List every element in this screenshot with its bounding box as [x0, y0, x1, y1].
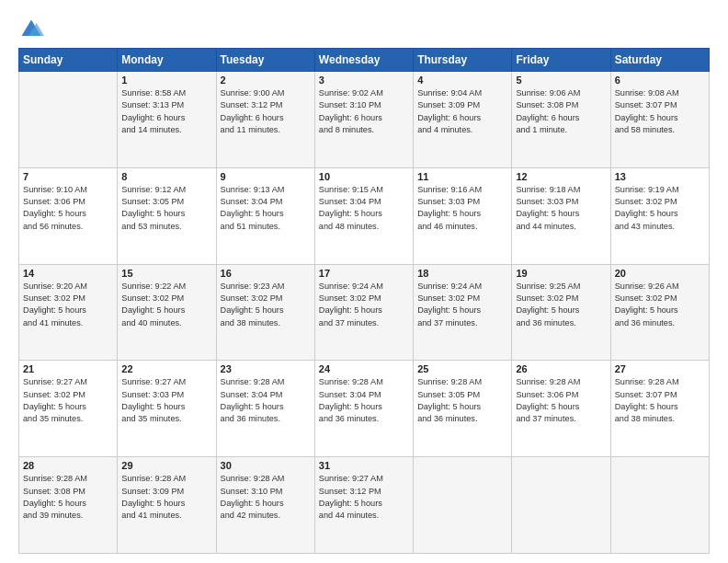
day-number: 7 [23, 171, 113, 182]
calendar-cell: 23Sunrise: 9:28 AM Sunset: 3:04 PM Dayli… [216, 361, 314, 457]
calendar-cell: 21Sunrise: 9:27 AM Sunset: 3:02 PM Dayli… [19, 361, 118, 457]
calendar-cell: 31Sunrise: 9:27 AM Sunset: 3:12 PM Dayli… [314, 457, 413, 554]
day-number: 20 [615, 268, 705, 279]
calendar-cell: 22Sunrise: 9:27 AM Sunset: 3:03 PM Dayli… [118, 361, 216, 457]
day-number: 10 [319, 171, 409, 182]
calendar-cell: 6Sunrise: 9:08 AM Sunset: 3:07 PM Daylig… [610, 72, 709, 168]
calendar-cell: 28Sunrise: 9:28 AM Sunset: 3:08 PM Dayli… [19, 457, 118, 554]
day-info: Sunrise: 9:18 AM Sunset: 3:03 PM Dayligh… [516, 184, 606, 233]
header-cell-saturday: Saturday [610, 49, 709, 72]
day-number: 31 [319, 460, 409, 471]
day-info: Sunrise: 9:20 AM Sunset: 3:02 PM Dayligh… [23, 281, 113, 329]
header [18, 17, 710, 42]
day-number: 13 [615, 171, 705, 182]
day-number: 5 [516, 75, 606, 86]
calendar-cell: 20Sunrise: 9:26 AM Sunset: 3:02 PM Dayli… [610, 264, 709, 361]
day-info: Sunrise: 9:08 AM Sunset: 3:07 PM Dayligh… [615, 87, 705, 136]
calendar-week-2: 7Sunrise: 9:10 AM Sunset: 3:06 PM Daylig… [19, 167, 710, 264]
day-number: 30 [221, 460, 311, 471]
day-number: 3 [319, 75, 409, 86]
calendar-cell: 12Sunrise: 9:18 AM Sunset: 3:03 PM Dayli… [512, 167, 610, 264]
calendar-cell: 2Sunrise: 9:00 AM Sunset: 3:12 PM Daylig… [216, 72, 314, 168]
day-number: 17 [319, 268, 409, 279]
calendar-cell: 18Sunrise: 9:24 AM Sunset: 3:02 PM Dayli… [414, 264, 512, 361]
calendar-week-1: 1Sunrise: 8:58 AM Sunset: 3:13 PM Daylig… [19, 72, 710, 168]
day-info: Sunrise: 9:19 AM Sunset: 3:02 PM Dayligh… [615, 184, 705, 233]
day-number: 9 [221, 171, 311, 182]
calendar-cell: 11Sunrise: 9:16 AM Sunset: 3:03 PM Dayli… [414, 167, 512, 264]
calendar-table: SundayMondayTuesdayWednesdayThursdayFrid… [18, 48, 710, 554]
calendar-cell: 5Sunrise: 9:06 AM Sunset: 3:08 PM Daylig… [512, 72, 610, 168]
day-number: 25 [417, 363, 507, 374]
calendar-week-5: 28Sunrise: 9:28 AM Sunset: 3:08 PM Dayli… [19, 457, 710, 554]
day-info: Sunrise: 8:58 AM Sunset: 3:13 PM Dayligh… [121, 87, 211, 136]
calendar-week-4: 21Sunrise: 9:27 AM Sunset: 3:02 PM Dayli… [19, 361, 710, 457]
calendar-cell: 1Sunrise: 8:58 AM Sunset: 3:13 PM Daylig… [118, 72, 216, 168]
page: SundayMondayTuesdayWednesdayThursdayFrid… [0, 0, 728, 563]
calendar-cell: 29Sunrise: 9:28 AM Sunset: 3:09 PM Dayli… [118, 457, 216, 554]
day-info: Sunrise: 9:28 AM Sunset: 3:05 PM Dayligh… [417, 376, 507, 425]
day-info: Sunrise: 9:02 AM Sunset: 3:10 PM Dayligh… [319, 87, 409, 136]
day-number: 14 [23, 268, 113, 279]
day-info: Sunrise: 9:28 AM Sunset: 3:07 PM Dayligh… [615, 376, 705, 425]
day-info: Sunrise: 9:15 AM Sunset: 3:04 PM Dayligh… [319, 184, 409, 233]
calendar-cell: 16Sunrise: 9:23 AM Sunset: 3:02 PM Dayli… [216, 264, 314, 361]
day-number: 21 [23, 363, 113, 374]
day-info: Sunrise: 9:13 AM Sunset: 3:04 PM Dayligh… [221, 184, 311, 233]
header-cell-wednesday: Wednesday [314, 49, 413, 72]
calendar-cell: 8Sunrise: 9:12 AM Sunset: 3:05 PM Daylig… [118, 167, 216, 264]
day-info: Sunrise: 9:12 AM Sunset: 3:05 PM Dayligh… [121, 184, 211, 233]
calendar-cell: 30Sunrise: 9:28 AM Sunset: 3:10 PM Dayli… [216, 457, 314, 554]
header-cell-tuesday: Tuesday [216, 49, 314, 72]
calendar-cell: 17Sunrise: 9:24 AM Sunset: 3:02 PM Dayli… [314, 264, 413, 361]
calendar-cell: 15Sunrise: 9:22 AM Sunset: 3:02 PM Dayli… [118, 264, 216, 361]
day-number: 19 [516, 268, 606, 279]
day-info: Sunrise: 9:27 AM Sunset: 3:03 PM Dayligh… [121, 376, 211, 425]
calendar-cell: 25Sunrise: 9:28 AM Sunset: 3:05 PM Dayli… [414, 361, 512, 457]
header-cell-friday: Friday [512, 49, 610, 72]
day-number: 6 [615, 75, 705, 86]
header-cell-sunday: Sunday [19, 49, 118, 72]
calendar-cell: 19Sunrise: 9:25 AM Sunset: 3:02 PM Dayli… [512, 264, 610, 361]
day-info: Sunrise: 9:28 AM Sunset: 3:09 PM Dayligh… [121, 473, 211, 522]
header-cell-thursday: Thursday [414, 49, 512, 72]
logo [18, 17, 48, 42]
day-info: Sunrise: 9:28 AM Sunset: 3:06 PM Dayligh… [516, 376, 606, 425]
day-number: 8 [121, 171, 211, 182]
day-number: 24 [319, 363, 409, 374]
day-number: 11 [417, 171, 507, 182]
calendar-cell: 4Sunrise: 9:04 AM Sunset: 3:09 PM Daylig… [414, 72, 512, 168]
day-info: Sunrise: 9:28 AM Sunset: 3:08 PM Dayligh… [23, 473, 113, 522]
day-info: Sunrise: 9:24 AM Sunset: 3:02 PM Dayligh… [417, 281, 507, 329]
calendar-cell: 14Sunrise: 9:20 AM Sunset: 3:02 PM Dayli… [19, 264, 118, 361]
calendar-cell [19, 72, 118, 168]
day-number: 27 [615, 363, 705, 374]
logo-icon [18, 17, 44, 42]
calendar-cell: 10Sunrise: 9:15 AM Sunset: 3:04 PM Dayli… [314, 167, 413, 264]
day-info: Sunrise: 9:16 AM Sunset: 3:03 PM Dayligh… [417, 184, 507, 233]
day-info: Sunrise: 9:10 AM Sunset: 3:06 PM Dayligh… [23, 184, 113, 233]
calendar-cell: 9Sunrise: 9:13 AM Sunset: 3:04 PM Daylig… [216, 167, 314, 264]
day-info: Sunrise: 9:26 AM Sunset: 3:02 PM Dayligh… [615, 281, 705, 329]
day-number: 2 [221, 75, 311, 86]
calendar-header-row: SundayMondayTuesdayWednesdayThursdayFrid… [19, 49, 710, 72]
calendar-cell: 24Sunrise: 9:28 AM Sunset: 3:04 PM Dayli… [314, 361, 413, 457]
day-info: Sunrise: 9:27 AM Sunset: 3:12 PM Dayligh… [319, 473, 409, 522]
day-info: Sunrise: 9:25 AM Sunset: 3:02 PM Dayligh… [516, 281, 606, 329]
calendar-cell [512, 457, 610, 554]
day-number: 22 [121, 363, 211, 374]
day-info: Sunrise: 9:28 AM Sunset: 3:04 PM Dayligh… [319, 376, 409, 425]
day-info: Sunrise: 9:04 AM Sunset: 3:09 PM Dayligh… [417, 87, 507, 136]
day-info: Sunrise: 9:27 AM Sunset: 3:02 PM Dayligh… [23, 376, 113, 425]
day-info: Sunrise: 9:23 AM Sunset: 3:02 PM Dayligh… [221, 281, 311, 329]
calendar-cell [610, 457, 709, 554]
calendar-cell: 7Sunrise: 9:10 AM Sunset: 3:06 PM Daylig… [19, 167, 118, 264]
day-number: 26 [516, 363, 606, 374]
day-number: 23 [221, 363, 311, 374]
day-info: Sunrise: 9:00 AM Sunset: 3:12 PM Dayligh… [221, 87, 311, 136]
day-info: Sunrise: 9:24 AM Sunset: 3:02 PM Dayligh… [319, 281, 409, 329]
calendar-cell: 13Sunrise: 9:19 AM Sunset: 3:02 PM Dayli… [610, 167, 709, 264]
day-number: 29 [121, 460, 211, 471]
day-number: 15 [121, 268, 211, 279]
day-info: Sunrise: 9:28 AM Sunset: 3:04 PM Dayligh… [221, 376, 311, 425]
